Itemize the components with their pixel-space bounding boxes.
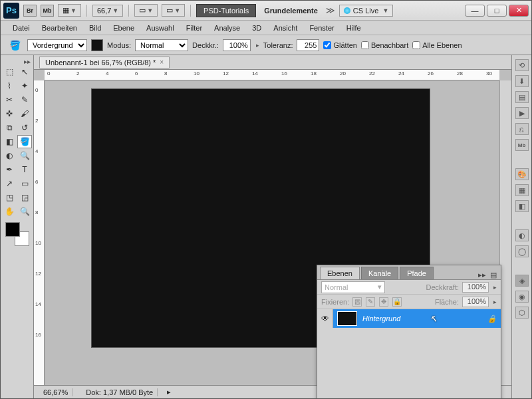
layer-list[interactable]: 👁 Hintergrund ↖ 🔒: [317, 309, 501, 398]
dock-paths-icon[interactable]: ⬡: [515, 307, 529, 319]
menu-fenster[interactable]: Fenster: [304, 23, 339, 33]
status-arrow-icon[interactable]: ▸: [167, 388, 171, 396]
3d-camera-tool[interactable]: ◲: [17, 191, 32, 204]
cs-live-button[interactable]: CS Live▼: [339, 5, 393, 17]
fill-source-select[interactable]: Vordergrund: [27, 39, 87, 51]
extras-button[interactable]: ▭▼: [162, 4, 185, 17]
antialias-checkbox[interactable]: Glätten: [323, 41, 356, 49]
bucket-tool-icon[interactable]: 🪣: [6, 39, 23, 52]
layer-item-selected[interactable]: Hintergrund ↖ 🔒: [333, 309, 501, 328]
all-layers-checkbox[interactable]: Alle Ebenen: [412, 41, 462, 49]
workspace-button[interactable]: PSD-Tutorials: [196, 4, 256, 17]
bridge-button[interactable]: Br: [23, 5, 37, 17]
crop-tool[interactable]: ✂: [2, 93, 17, 106]
dock-masks-icon[interactable]: ◯: [515, 245, 529, 257]
menu-hilfe[interactable]: Hilfe: [341, 23, 366, 33]
layer-opacity-field[interactable]: 100%: [462, 282, 489, 293]
opacity-arrow-icon[interactable]: ▸: [255, 42, 259, 49]
contiguous-checkbox[interactable]: Benachbart: [361, 41, 408, 49]
dodge-tool[interactable]: 🔍: [17, 149, 32, 162]
close-tab-icon[interactable]: ×: [160, 59, 164, 66]
ruler-horizontal[interactable]: 0 2 4 6 8 10 12 14 16 18 20 22 24 26 28 …: [45, 70, 499, 80]
layer-fill-field[interactable]: 100%: [462, 297, 489, 307]
eyedropper-tool[interactable]: ✎: [17, 93, 32, 106]
ruler-vertical[interactable]: 0 2 4 6 8 10 12 14 16: [34, 80, 45, 385]
dock-actions-icon[interactable]: ⬇: [515, 75, 529, 87]
menu-filter[interactable]: Filter: [181, 23, 207, 33]
mini-bridge-button[interactable]: Mb: [41, 5, 54, 17]
zoom-level-select[interactable]: 66,7▼: [92, 5, 123, 17]
more-workspaces-icon[interactable]: ≫: [326, 5, 335, 15]
dock-history-icon[interactable]: ⟲: [515, 59, 529, 71]
magic-wand-tool[interactable]: ✦: [17, 79, 32, 92]
layer-blend-select[interactable]: Normal▾: [321, 281, 385, 293]
dock-channels-icon[interactable]: ◉: [515, 291, 529, 303]
shape-tool[interactable]: ▭: [17, 177, 32, 190]
path-tool[interactable]: ↗: [2, 177, 17, 190]
close-button[interactable]: ✕: [509, 5, 529, 17]
eraser-tool[interactable]: ◧: [2, 135, 17, 148]
lock-transparency-icon[interactable]: ▨: [352, 297, 362, 307]
layer-name[interactable]: Hintergrund: [362, 315, 400, 323]
status-doc-info[interactable]: Dok: 1,37 MB/0 Byte: [82, 388, 158, 396]
foreground-color[interactable]: [5, 222, 20, 237]
dock-layers-icon[interactable]: ◈: [515, 275, 529, 287]
move-tool-2[interactable]: ↖: [17, 65, 32, 78]
dock-animation-icon[interactable]: ▶: [515, 107, 529, 119]
hand-tool[interactable]: ✋: [2, 205, 17, 218]
dock-tool-presets-icon[interactable]: ⎌: [515, 123, 529, 135]
brush-tool[interactable]: 🖌: [17, 107, 32, 120]
blend-mode-select[interactable]: Normal: [135, 39, 188, 51]
foreground-background-swatch[interactable]: [5, 222, 29, 246]
lock-pixels-icon[interactable]: ✎: [366, 297, 375, 307]
layer-fill-arrow-icon[interactable]: ▸: [492, 299, 497, 305]
zoom-tool[interactable]: 🔍: [17, 205, 32, 218]
lasso-tool[interactable]: ⌇: [2, 79, 17, 92]
menu-ebene[interactable]: Ebene: [108, 23, 140, 33]
blur-tool[interactable]: ◐: [2, 149, 17, 162]
layer-opacity-arrow-icon[interactable]: ▸: [492, 284, 497, 291]
layer-row[interactable]: 👁 Hintergrund ↖ 🔒: [317, 309, 501, 328]
lock-all-icon[interactable]: 🔒: [392, 297, 402, 307]
dock-properties-icon[interactable]: ▤: [515, 91, 529, 103]
3d-tool[interactable]: ◳: [2, 191, 17, 204]
pen-tool[interactable]: ✒: [2, 163, 17, 176]
screen-mode-button[interactable]: ▭▼: [134, 4, 158, 17]
tab-kanaele[interactable]: Kanäle: [361, 267, 398, 279]
move-tool[interactable]: ⬚: [2, 65, 17, 78]
dock-mb-icon[interactable]: Mb: [515, 139, 529, 151]
tab-ebenen[interactable]: Ebenen: [320, 267, 360, 279]
tab-pfade[interactable]: Pfade: [400, 267, 434, 279]
menu-datei[interactable]: Datei: [7, 23, 35, 33]
healing-tool[interactable]: ✜: [2, 107, 17, 120]
bucket-tool[interactable]: 🪣: [17, 135, 32, 148]
status-zoom[interactable]: 66,67%: [39, 388, 72, 396]
maximize-button[interactable]: □: [487, 5, 507, 17]
type-tool[interactable]: T: [17, 163, 32, 176]
dock-swatches-icon[interactable]: ▦: [515, 184, 529, 196]
dock-adjustments-icon[interactable]: ◐: [515, 229, 529, 241]
dock-color-icon[interactable]: 🎨: [515, 168, 529, 180]
workspace-name[interactable]: Grundelemente: [260, 7, 322, 15]
lock-position-icon[interactable]: ✥: [379, 297, 388, 307]
menu-bearbeiten[interactable]: Bearbeiten: [37, 23, 82, 33]
menu-bild[interactable]: Bild: [84, 23, 106, 33]
history-brush-tool[interactable]: ↺: [17, 121, 32, 134]
tolerance-field[interactable]: 255: [297, 39, 319, 51]
menu-3d[interactable]: 3D: [247, 23, 267, 33]
view-arrange-button[interactable]: ▦▼: [58, 4, 81, 17]
minimize-button[interactable]: —: [465, 5, 485, 17]
opacity-field[interactable]: 100%: [223, 39, 251, 51]
document-tab[interactable]: Unbenannt-1 bei 66,7% (RGB/8) * ×: [39, 57, 170, 68]
toolbox-collapse-icon[interactable]: ▸▸: [1, 58, 33, 65]
pattern-swatch[interactable]: [91, 39, 103, 51]
layers-panel[interactable]: Ebenen Kanäle Pfade ▸▸▤ Normal▾ Deckkraf…: [317, 265, 501, 398]
menu-analyse[interactable]: Analyse: [209, 23, 245, 33]
menu-ansicht[interactable]: Ansicht: [268, 23, 303, 33]
visibility-toggle-icon[interactable]: 👁: [317, 309, 333, 328]
layer-thumbnail[interactable]: [337, 311, 357, 326]
panel-menu-icon[interactable]: ▸▸▤: [474, 271, 501, 279]
menu-auswahl[interactable]: Auswahl: [141, 23, 180, 33]
dock-styles-icon[interactable]: ◧: [515, 200, 529, 212]
stamp-tool[interactable]: ⧉: [2, 121, 17, 134]
